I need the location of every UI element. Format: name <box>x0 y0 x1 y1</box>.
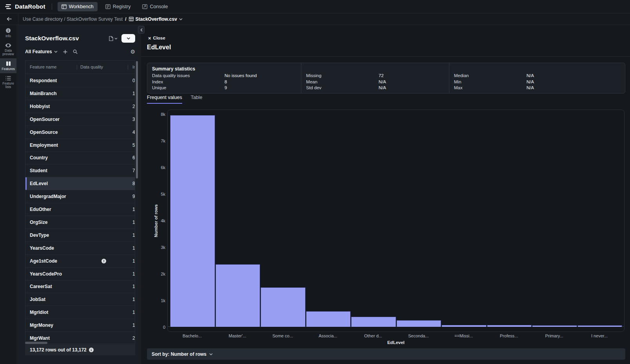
sort-by-dropdown[interactable]: Sort by: Number of rows <box>147 348 625 360</box>
chart-bar-4[interactable] <box>306 311 351 327</box>
stat-value: 72 <box>378 73 384 78</box>
datarobot-logo[interactable]: DataRobot <box>0 3 45 10</box>
breadcrumb-path[interactable]: Use Case directory / StackOverflow Surve… <box>23 16 123 22</box>
feature-row-careersat[interactable]: CareerSat16 <box>25 280 135 293</box>
x-axis-tick-label: Associa... <box>306 333 351 338</box>
chart-bar-3[interactable] <box>261 287 306 327</box>
rail-item-data-preview[interactable]: Data preview <box>0 40 16 58</box>
info-icon[interactable]: i <box>89 348 94 352</box>
x-axis-tick-label: Primary... <box>532 333 577 338</box>
nav-tab-label: Registry <box>113 4 131 9</box>
feature-name: CareerSat <box>30 284 52 289</box>
feature-row-yearscode[interactable]: YearsCode13 <box>25 242 135 255</box>
feature-row-opensourcer[interactable]: OpenSourcer3 <box>25 113 135 126</box>
summary-statistics-card: Summary statisticsData quality issuesNo … <box>147 63 625 94</box>
feature-index: 4 <box>132 130 135 135</box>
feature-row-devtype[interactable]: DevType12 <box>25 229 135 242</box>
feature-row-student[interactable]: Student7 <box>25 164 135 177</box>
dataset-file-menu[interactable] <box>109 36 118 41</box>
feature-row-hobbyist[interactable]: Hobbyist2 <box>25 100 135 113</box>
feature-list-vertical-scrollbar[interactable] <box>136 61 138 178</box>
rail-item-feature-lists[interactable]: Feature lists <box>0 73 16 91</box>
nav-tab-workbench[interactable]: Workbench <box>58 2 98 11</box>
stat-row: Unique9 <box>152 85 301 91</box>
feature-list-filter[interactable]: All Features <box>25 49 58 54</box>
stats-group-spacer <box>454 66 625 72</box>
feature-name: UndergradMajor <box>30 194 66 199</box>
stat-value: 8 <box>224 79 227 84</box>
feature-row-opensource[interactable]: OpenSource4 <box>25 126 135 139</box>
feature-row-yearscodepro[interactable]: YearsCodePro15 <box>25 268 135 281</box>
feature-row-orgsize[interactable]: OrgSize11 <box>25 216 135 229</box>
feature-row-employment[interactable]: Employment5 <box>25 139 135 152</box>
primary-nav: WorkbenchRegistryConsole <box>58 2 172 11</box>
primary-action-dropdown[interactable] <box>121 34 135 43</box>
feature-row-mainbranch[interactable]: MainBranch1 <box>25 87 135 100</box>
feature-row-edlevel[interactable]: EdLevel8 <box>25 177 135 190</box>
feature-index: 1 <box>132 91 135 96</box>
chart-bar-5[interactable] <box>351 317 396 327</box>
x-axis-tick-label: I never... <box>577 333 622 338</box>
feature-row-undergradmajor[interactable]: UndergradMajor9 <box>25 190 135 203</box>
feature-index: 16 <box>132 284 135 289</box>
chart-bar-2[interactable] <box>215 264 261 327</box>
datarobot-workbench-app: DataRobot WorkbenchRegistryConsole Use C… <box>0 0 630 364</box>
tab-table[interactable]: Table <box>191 95 203 104</box>
dataset-title: StackOverflow.csv <box>25 35 109 42</box>
feature-row-mgridiot[interactable]: MgrIdiot18 <box>25 306 135 319</box>
column-header-index[interactable]: Index <box>132 65 135 69</box>
chevron-down-icon <box>114 38 118 40</box>
collapse-panel-button[interactable] <box>138 26 145 34</box>
feature-row-mgrmoney[interactable]: MgrMoney19 <box>25 319 135 332</box>
row-count-text: 13,172 rows out of 13,172 <box>30 347 87 353</box>
chart-bar-6[interactable] <box>396 320 442 327</box>
add-feature-list-button[interactable] <box>63 50 67 54</box>
feature-name: MgrIdiot <box>30 310 48 315</box>
nav-tab-registry[interactable]: Registry <box>101 2 135 11</box>
data-quality-icon[interactable]: ! <box>101 259 106 263</box>
tab-frequent-values[interactable]: Frequent values <box>147 95 182 104</box>
rail-item-info[interactable]: Info <box>0 25 16 40</box>
stat-value: N/A <box>378 85 386 90</box>
feature-name: Age1stCode <box>30 258 57 264</box>
feature-index: 7 <box>132 168 135 173</box>
feature-row-country[interactable]: Country6 <box>25 151 135 164</box>
x-axis-tick-label: Other d... <box>351 333 396 338</box>
back-button[interactable] <box>0 13 18 25</box>
feature-row-respondent[interactable]: Respondent0 <box>25 74 135 87</box>
feature-row-eduother[interactable]: EduOther10 <box>25 203 135 216</box>
stat-label: Missing <box>306 73 378 78</box>
y-axis-title: Number of rows <box>154 197 158 244</box>
feature-row-age1stcode[interactable]: Age1stCode!14 <box>25 255 135 268</box>
eye-icon <box>5 43 11 48</box>
nav-tab-console[interactable]: Console <box>138 2 172 11</box>
column-header-data-quality[interactable]: Data quality <box>80 65 103 69</box>
x-axis-tick-label: ==Missi... <box>441 333 486 338</box>
feature-row-jobsat[interactable]: JobSat17 <box>25 293 135 306</box>
close-detail-button[interactable]: × Close <box>148 36 165 40</box>
feature-index: 13 <box>132 245 135 251</box>
search-features-button[interactable] <box>73 49 78 54</box>
chart-bar-7[interactable] <box>442 325 487 327</box>
feature-index: 10 <box>132 207 135 212</box>
rail-item-features[interactable]: Features <box>0 58 16 73</box>
detail-divider <box>141 56 630 57</box>
x-axis-title: EdLevel <box>167 340 625 345</box>
feature-table-header: Feature name Data quality Index <box>25 61 135 74</box>
column-header-feature-name[interactable]: Feature name <box>30 65 56 69</box>
feature-index: 12 <box>132 232 135 238</box>
chart-bar-9[interactable] <box>532 325 577 327</box>
breadcrumb-separator: / <box>125 16 126 22</box>
stats-group-1: Summary statisticsData quality issuesNo … <box>147 63 301 93</box>
chart-bar-8[interactable] <box>487 325 532 327</box>
chart-bar-10[interactable] <box>578 325 623 327</box>
feature-name: Respondent <box>30 78 57 83</box>
stat-value: 9 <box>224 85 227 90</box>
feature-name: Hobbyist <box>30 104 50 109</box>
chart-bar-1[interactable] <box>170 115 215 327</box>
breadcrumb-current[interactable]: StackOverflow.csv <box>129 16 183 22</box>
feature-settings-button[interactable]: ⚙ <box>130 49 135 54</box>
stat-row: Data quality issuesNo issues found <box>152 72 301 79</box>
stat-row: MinN/A <box>454 79 625 85</box>
feature-list-horizontal-scrollbar[interactable] <box>25 342 47 344</box>
